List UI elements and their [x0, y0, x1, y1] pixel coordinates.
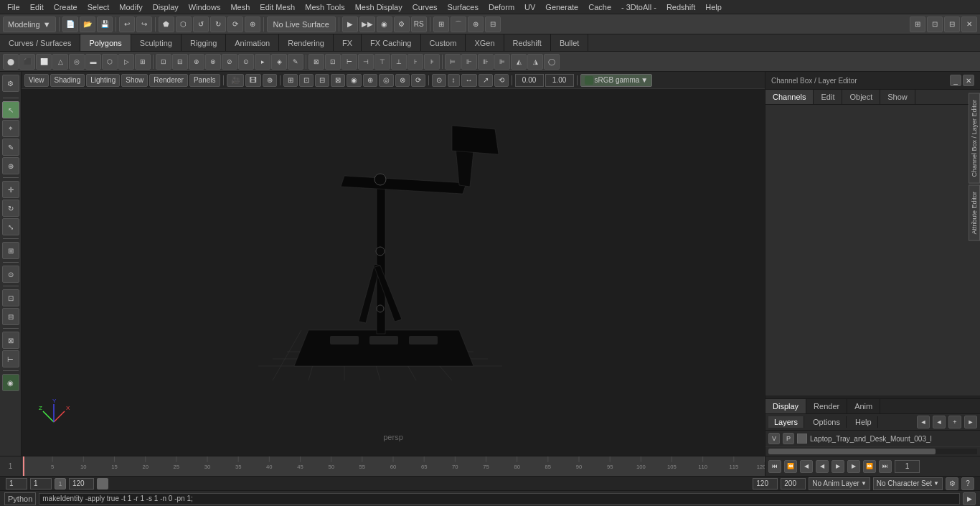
shelf-btn-x[interactable]: ◮: [527, 54, 543, 70]
snap-btn[interactable]: ⊕: [263, 74, 277, 87]
panels-menu-btn[interactable]: Panels: [189, 74, 220, 87]
tab-rigging[interactable]: Rigging: [182, 34, 226, 51]
cb-tab-channels[interactable]: Channels: [765, 90, 814, 104]
render-btn[interactable]: ▶: [342, 17, 358, 32]
shelf-btn-e[interactable]: ⊗: [205, 54, 221, 70]
frame-step-input[interactable]: [30, 478, 52, 489]
layer-playback-btn[interactable]: P: [783, 433, 794, 444]
view-menu-btn[interactable]: View: [24, 74, 49, 87]
menu-create[interactable]: Create: [50, 1, 82, 13]
layer-scrollbar[interactable]: [768, 449, 977, 454]
vp-icon-h[interactable]: ⊗: [395, 74, 410, 87]
tab-bullet[interactable]: Bullet: [551, 34, 589, 51]
settings-gear-btn[interactable]: ⚙: [2, 75, 19, 92]
viewport[interactable]: View Shading Lighting Show Renderer Pane…: [22, 72, 765, 456]
menu-windows[interactable]: Windows: [184, 1, 225, 13]
ui-btn3[interactable]: ⊟: [944, 17, 960, 32]
vp-icon-l[interactable]: ↔: [461, 74, 477, 87]
cb-tab-object[interactable]: Object: [842, 90, 880, 104]
ui-btn2[interactable]: ⊡: [927, 17, 943, 32]
menu-select[interactable]: Select: [83, 1, 114, 13]
shelf-btn-v[interactable]: ⊫: [494, 54, 510, 70]
rotate-tool-btn[interactable]: ↻: [2, 200, 19, 217]
camera-icon-btn[interactable]: 🎥: [227, 74, 244, 87]
shelf-btn-prism[interactable]: ▷: [118, 54, 134, 70]
soft-sel-btn[interactable]: ⊙: [2, 266, 19, 283]
shelf-btn-l[interactable]: ⊡: [325, 54, 341, 70]
vp-icon-n[interactable]: ⟲: [494, 74, 509, 87]
menu-3dtall[interactable]: - 3DtoAll -: [617, 1, 661, 13]
show-manip-btn[interactable]: ⊡: [2, 289, 19, 306]
layer-visibility-btn[interactable]: V: [768, 433, 780, 444]
menu-edit-mesh[interactable]: Edit Mesh: [255, 1, 299, 13]
menu-help[interactable]: Help: [701, 1, 726, 13]
layer-nav-back2[interactable]: ◄: [933, 416, 946, 428]
camera-btn[interactable]: ◉: [2, 374, 19, 391]
scale-tool-btn[interactable]: ⤡: [2, 218, 19, 235]
menu-edit[interactable]: Edit: [26, 1, 48, 13]
layer-tab-render[interactable]: Render: [806, 399, 847, 413]
live-surface-btn[interactable]: No Live Surface: [267, 17, 336, 32]
anim-end-input[interactable]: [753, 478, 778, 489]
shelf-btn-i[interactable]: ◈: [271, 54, 287, 70]
cb-tab-show[interactable]: Show: [880, 90, 915, 104]
menu-curves[interactable]: Curves: [408, 1, 442, 13]
step-fwd-btn[interactable]: ▶: [847, 460, 860, 473]
vp-icon-g[interactable]: ◎: [379, 74, 394, 87]
vp-icon-b[interactable]: ⊡: [299, 74, 314, 87]
next-frame-btn[interactable]: ⏩: [863, 460, 876, 473]
menu-display[interactable]: Display: [149, 1, 183, 13]
btn-a[interactable]: ⬟: [159, 17, 174, 32]
ui-btn4[interactable]: ✕: [961, 17, 977, 32]
quick-sel-btn[interactable]: ⊢: [2, 350, 19, 367]
menu-uv[interactable]: UV: [520, 1, 540, 13]
side-tab-attribute-editor[interactable]: Attribute Editor: [969, 185, 980, 241]
vp-icon-c[interactable]: ⊟: [315, 74, 329, 87]
shelf-btn-d[interactable]: ⊕: [189, 54, 204, 70]
shelf-btn-o[interactable]: ⊤: [374, 54, 390, 70]
anim-layer-dropdown[interactable]: No Anim Layer ▼: [809, 477, 870, 490]
renderer-menu-btn[interactable]: Renderer: [149, 74, 188, 87]
rotation-input[interactable]: [515, 74, 544, 87]
open-file-btn[interactable]: 📂: [80, 17, 95, 32]
side-tab-channel-box[interactable]: Channel Box / Layer Editor: [969, 93, 980, 184]
vp-icon-i[interactable]: ⟳: [411, 74, 425, 87]
play-fwd-btn[interactable]: ▶: [831, 460, 844, 473]
menu-modify[interactable]: Modify: [115, 1, 146, 13]
snap-btn[interactable]: ⊟: [2, 308, 19, 325]
snap-curve-btn[interactable]: ⌒: [451, 17, 466, 32]
menu-generate[interactable]: Generate: [541, 1, 583, 13]
shelf-btn-g[interactable]: ⊙: [238, 54, 254, 70]
shelf-btn-q[interactable]: ⊦: [407, 54, 423, 70]
render-seq-btn[interactable]: ▶▶: [359, 17, 375, 32]
tab-redshift[interactable]: Redshift: [504, 34, 551, 51]
shelf-btn-w[interactable]: ◭: [511, 54, 527, 70]
vp-icon-f[interactable]: ⊕: [363, 74, 377, 87]
command-input[interactable]: [39, 493, 960, 505]
layer-tab-anim[interactable]: Anim: [847, 399, 880, 413]
redo-btn[interactable]: ↪: [136, 17, 152, 32]
char-field-icon[interactable]: 1: [55, 478, 66, 489]
lasso-tool-btn[interactable]: ⌖: [2, 120, 19, 137]
shelf-btn-t[interactable]: ⊩: [461, 54, 477, 70]
layer-nav-back[interactable]: ◄: [917, 416, 930, 428]
shelf-btn-torus[interactable]: ◎: [69, 54, 85, 70]
menu-mesh-tools[interactable]: Mesh Tools: [301, 1, 349, 13]
frame-start-input[interactable]: [6, 478, 27, 489]
anim-total-input[interactable]: [781, 478, 806, 489]
scale-input[interactable]: [545, 74, 574, 87]
play-start-btn[interactable]: ⏮: [768, 460, 781, 473]
tab-fx-caching[interactable]: FX Caching: [362, 34, 420, 51]
shelf-btn-p[interactable]: ⊥: [391, 54, 407, 70]
prev-frame-btn[interactable]: ⏪: [784, 460, 797, 473]
shading-menu-btn[interactable]: Shading: [50, 74, 85, 87]
rs-btn[interactable]: RS: [411, 17, 427, 32]
menu-surfaces[interactable]: Surfaces: [443, 1, 483, 13]
paint-tool-btn[interactable]: ✎: [2, 139, 19, 156]
tab-animation[interactable]: Animation: [226, 34, 279, 51]
history-btn[interactable]: ⊠: [2, 332, 19, 349]
cb-tab-edit[interactable]: Edit: [814, 90, 842, 104]
menu-redshift[interactable]: Redshift: [662, 1, 699, 13]
play-back-btn[interactable]: ◀: [816, 460, 829, 473]
shelf-btn-r[interactable]: ⊧: [424, 54, 440, 70]
